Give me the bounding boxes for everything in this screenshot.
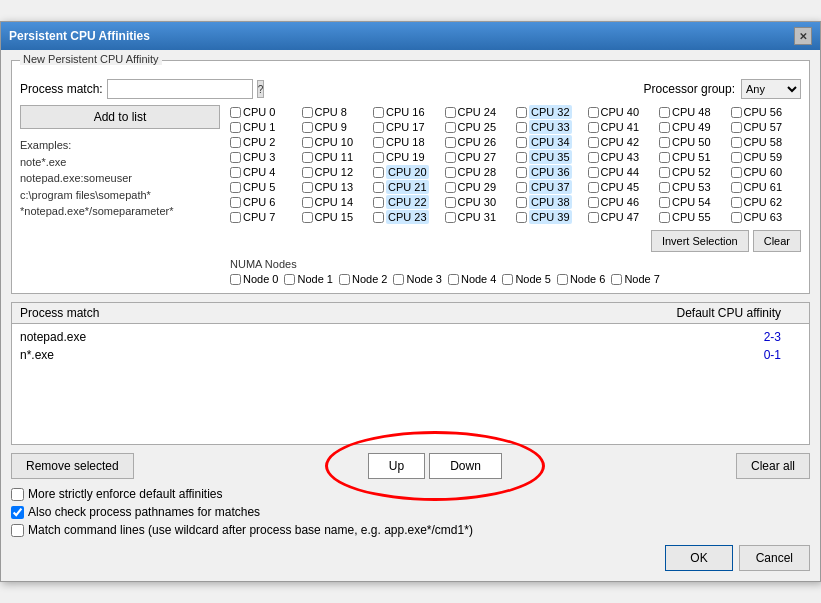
cpu-checkbox-cpu34[interactable] [516,137,527,148]
cpu-checkbox-cpu40[interactable] [588,107,599,118]
numa-checkbox-node7[interactable] [611,274,622,285]
cpu-checkbox-cpu31[interactable] [445,212,456,223]
numa-checkbox-node1[interactable] [284,274,295,285]
cpu-checkbox-cpu37[interactable] [516,182,527,193]
cpu-checkbox-cpu5[interactable] [230,182,241,193]
cpu-checkbox-cpu59[interactable] [731,152,742,163]
cpu-checkbox-cpu62[interactable] [731,197,742,208]
cpu-checkbox-cpu46[interactable] [588,197,599,208]
cpu-checkbox-cpu26[interactable] [445,137,456,148]
cpu-checkbox-cpu13[interactable] [302,182,313,193]
processor-group-select[interactable]: Any 0 1 [741,79,801,99]
cpu-checkbox-cpu9[interactable] [302,122,313,133]
table-row[interactable]: notepad.exe2-3 [20,328,801,346]
cpu-checkbox-cpu23[interactable] [373,212,384,223]
cpu-item-cpu2: CPU 2 [230,135,301,149]
table-row[interactable]: n*.exe0-1 [20,346,801,364]
numa-checkbox-node6[interactable] [557,274,568,285]
cpu-checkbox-cpu38[interactable] [516,197,527,208]
remove-selected-button[interactable]: Remove selected [11,453,134,479]
cpu-checkbox-cpu55[interactable] [659,212,670,223]
cpu-checkbox-cpu53[interactable] [659,182,670,193]
option-1-label: More strictly enforce default affinities [28,487,223,501]
cpu-checkbox-cpu18[interactable] [373,137,384,148]
cpu-checkbox-cpu41[interactable] [588,122,599,133]
cpu-checkbox-cpu1[interactable] [230,122,241,133]
cpu-item-cpu23: CPU 23 [373,210,444,224]
cpu-checkbox-cpu58[interactable] [731,137,742,148]
cpu-checkbox-cpu49[interactable] [659,122,670,133]
cpu-label: CPU 29 [458,181,497,193]
cpu-checkbox-cpu54[interactable] [659,197,670,208]
option-3-row[interactable]: Match command lines (use wildcard after … [11,523,810,537]
option-1-checkbox[interactable] [11,488,24,501]
invert-selection-button[interactable]: Invert Selection [651,230,749,252]
cpu-checkbox-cpu7[interactable] [230,212,241,223]
cpu-checkbox-cpu25[interactable] [445,122,456,133]
cpu-checkbox-cpu10[interactable] [302,137,313,148]
cpu-checkbox-cpu29[interactable] [445,182,456,193]
cpu-checkbox-cpu51[interactable] [659,152,670,163]
cpu-label: CPU 43 [601,151,640,163]
cpu-checkbox-cpu50[interactable] [659,137,670,148]
cpu-checkbox-cpu24[interactable] [445,107,456,118]
cpu-checkbox-cpu22[interactable] [373,197,384,208]
numa-node-node5: Node 5 [502,273,550,285]
cpu-checkbox-cpu32[interactable] [516,107,527,118]
cancel-button[interactable]: Cancel [739,545,810,571]
cpu-checkbox-cpu47[interactable] [588,212,599,223]
cpu-checkbox-cpu0[interactable] [230,107,241,118]
cpu-checkbox-cpu60[interactable] [731,167,742,178]
cpu-checkbox-cpu14[interactable] [302,197,313,208]
option-2-row[interactable]: Also check process pathnames for matches [11,505,810,519]
cpu-checkbox-cpu30[interactable] [445,197,456,208]
cpu-checkbox-cpu57[interactable] [731,122,742,133]
cpu-checkbox-cpu36[interactable] [516,167,527,178]
cpu-checkbox-cpu21[interactable] [373,182,384,193]
clear-cpu-button[interactable]: Clear [753,230,801,252]
cpu-checkbox-cpu4[interactable] [230,167,241,178]
down-button[interactable]: Down [429,453,502,479]
cpu-checkbox-cpu11[interactable] [302,152,313,163]
option-2-checkbox[interactable] [11,506,24,519]
cpu-checkbox-cpu27[interactable] [445,152,456,163]
clear-all-button[interactable]: Clear all [736,453,810,479]
cpu-checkbox-cpu19[interactable] [373,152,384,163]
option-3-checkbox[interactable] [11,524,24,537]
cpu-item-cpu31: CPU 31 [445,210,516,224]
cpu-label: CPU 18 [386,136,425,148]
cpu-checkbox-cpu33[interactable] [516,122,527,133]
cpu-checkbox-cpu3[interactable] [230,152,241,163]
numa-checkbox-node2[interactable] [339,274,350,285]
numa-checkbox-node3[interactable] [393,274,404,285]
cpu-checkbox-cpu20[interactable] [373,167,384,178]
cpu-checkbox-cpu39[interactable] [516,212,527,223]
cpu-checkbox-cpu17[interactable] [373,122,384,133]
cpu-checkbox-cpu61[interactable] [731,182,742,193]
numa-checkbox-node5[interactable] [502,274,513,285]
add-to-list-button[interactable]: Add to list [20,105,220,129]
cpu-checkbox-cpu43[interactable] [588,152,599,163]
up-button[interactable]: Up [368,453,425,479]
cpu-checkbox-cpu45[interactable] [588,182,599,193]
cpu-checkbox-cpu12[interactable] [302,167,313,178]
cpu-checkbox-cpu8[interactable] [302,107,313,118]
cpu-checkbox-cpu56[interactable] [731,107,742,118]
cpu-checkbox-cpu6[interactable] [230,197,241,208]
cpu-checkbox-cpu44[interactable] [588,167,599,178]
cpu-checkbox-cpu48[interactable] [659,107,670,118]
close-button[interactable]: ✕ [794,27,812,45]
numa-node-node6: Node 6 [557,273,605,285]
numa-checkbox-node0[interactable] [230,274,241,285]
cpu-checkbox-cpu2[interactable] [230,137,241,148]
cpu-checkbox-cpu28[interactable] [445,167,456,178]
ok-button[interactable]: OK [665,545,732,571]
cpu-checkbox-cpu42[interactable] [588,137,599,148]
cpu-checkbox-cpu63[interactable] [731,212,742,223]
option-1-row[interactable]: More strictly enforce default affinities [11,487,810,501]
cpu-checkbox-cpu35[interactable] [516,152,527,163]
cpu-checkbox-cpu15[interactable] [302,212,313,223]
numa-checkbox-node4[interactable] [448,274,459,285]
cpu-checkbox-cpu52[interactable] [659,167,670,178]
cpu-checkbox-cpu16[interactable] [373,107,384,118]
